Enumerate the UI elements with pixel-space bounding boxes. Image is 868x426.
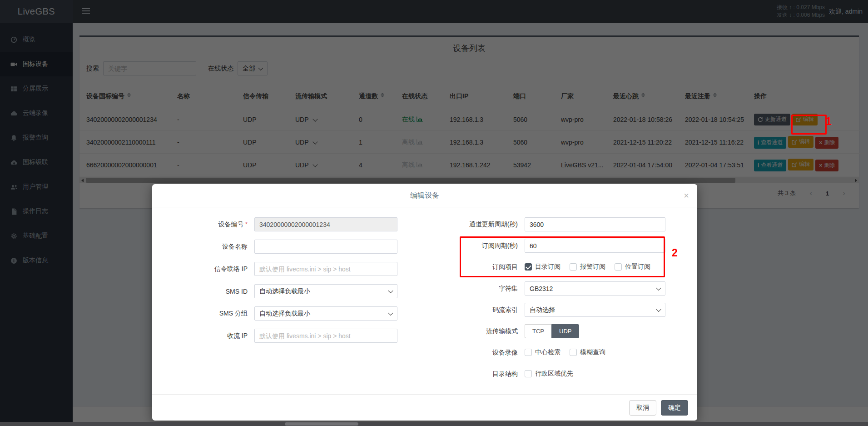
checkbox-label: 中心检索 bbox=[535, 348, 560, 356]
device-name-input[interactable] bbox=[254, 240, 397, 254]
page-horizontal-scrollbar[interactable] bbox=[0, 422, 868, 426]
annotation-number-1: 1 bbox=[826, 115, 832, 128]
stream-mode-tcp-button[interactable]: TCP bbox=[525, 324, 551, 338]
edit-device-modal: 编辑设备 × 设备编号* 设备名称 信令联络 IP SMS ID 自动选择负载最… bbox=[152, 184, 697, 421]
device-name-label: 设备名称 bbox=[170, 243, 248, 251]
device-id-label: 设备编号* bbox=[170, 221, 248, 229]
sig-ip-label: 信令联络 IP bbox=[170, 265, 248, 273]
cancel-button[interactable]: 取消 bbox=[629, 400, 656, 416]
unchecked-checkbox-icon[interactable] bbox=[525, 370, 532, 377]
sig-ip-input[interactable] bbox=[254, 262, 397, 276]
chevron-down-icon bbox=[656, 306, 661, 311]
annotation-number-2: 2 bbox=[672, 247, 678, 259]
sms-id-label: SMS ID bbox=[170, 288, 248, 295]
recv-ip-input[interactable] bbox=[254, 329, 397, 343]
annotation-box-1 bbox=[791, 115, 827, 135]
checkbox-item: 中心检索 bbox=[525, 348, 560, 356]
checkbox-label: 行政区域优先 bbox=[535, 370, 573, 378]
chevron-down-icon bbox=[388, 310, 393, 315]
checkbox-item: 模糊查询 bbox=[570, 348, 605, 356]
channel-refresh-input[interactable] bbox=[525, 217, 665, 231]
checkbox-label: 模糊查询 bbox=[580, 348, 605, 356]
device-record-label: 设备录像 bbox=[425, 349, 518, 357]
sms-group-label: SMS 分组 bbox=[170, 310, 248, 318]
chevron-down-icon bbox=[388, 288, 393, 293]
scrollbar-thumb[interactable] bbox=[285, 422, 358, 426]
dir-structure-group: 行政区域优先 bbox=[525, 370, 582, 379]
unchecked-checkbox-icon[interactable] bbox=[525, 349, 532, 356]
charset-label: 字符集 bbox=[425, 285, 518, 293]
modal-title: 编辑设备 bbox=[152, 184, 697, 207]
annotation-box-2 bbox=[460, 236, 665, 277]
dir-structure-label: 目录结构 bbox=[425, 370, 518, 378]
stream-mode-toggle: TCPUDP bbox=[525, 324, 579, 338]
stream-index-label: 码流索引 bbox=[425, 306, 518, 314]
charset-select[interactable]: GB2312 bbox=[525, 281, 665, 296]
confirm-button[interactable]: 确定 bbox=[661, 400, 688, 416]
unchecked-checkbox-icon[interactable] bbox=[570, 349, 577, 356]
stream-mode-label: 流传输模式 bbox=[425, 327, 518, 336]
required-asterisk: * bbox=[245, 221, 248, 228]
device-record-group: 中心检索模糊查询 bbox=[525, 348, 615, 357]
channel-refresh-label: 通道更新周期(秒) bbox=[425, 221, 518, 229]
sms-id-select[interactable]: 自动选择负载最小 bbox=[254, 284, 397, 298]
checkbox-item: 行政区域优先 bbox=[525, 370, 573, 378]
close-icon[interactable]: × bbox=[684, 184, 689, 207]
device-id-input[interactable] bbox=[254, 217, 397, 231]
stream-index-select[interactable]: 自动选择 bbox=[525, 303, 665, 317]
chevron-down-icon bbox=[656, 285, 661, 290]
sms-group-select[interactable]: 自动选择负载最小 bbox=[254, 306, 397, 321]
stream-mode-udp-button[interactable]: UDP bbox=[551, 324, 579, 338]
recv-ip-label: 收流 IP bbox=[170, 332, 248, 340]
